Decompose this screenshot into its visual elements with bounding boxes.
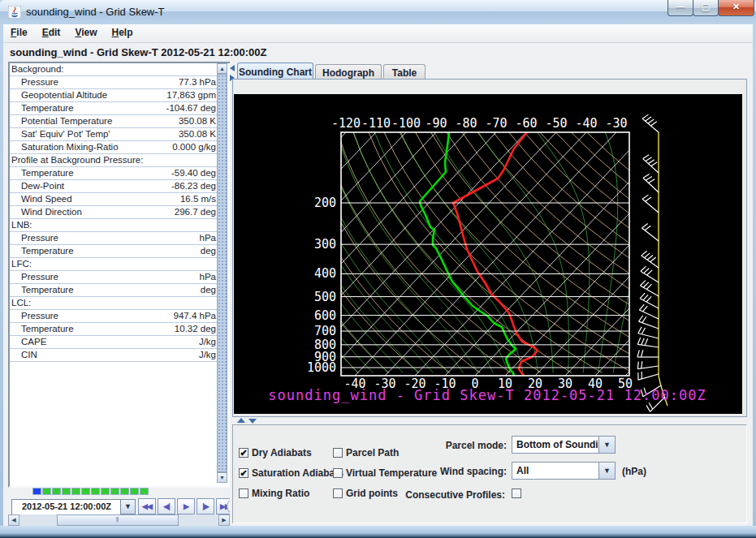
- sounding-data-panel: Background:Pressure77.3 hPaGeopotential …: [8, 62, 232, 488]
- row-label: Profile at Background Pressure:: [10, 154, 216, 166]
- time-step-11[interactable]: [140, 488, 149, 495]
- saturation-adiabats-label: Saturation Adiabats: [252, 467, 343, 479]
- time-step-9[interactable]: [120, 488, 129, 495]
- svg-text:-110: -110: [361, 116, 391, 131]
- rewind-button[interactable]: ◀◀: [138, 498, 156, 514]
- expand-down-icon[interactable]: [248, 419, 257, 424]
- time-step-2[interactable]: [52, 488, 61, 495]
- virtual-temperature-checkbox[interactable]: [333, 468, 343, 478]
- chevron-down-icon[interactable]: ▼: [598, 463, 615, 479]
- wind-spacing-label: Wind spacing:: [398, 466, 507, 477]
- time-step-3[interactable]: [62, 488, 71, 495]
- time-step-6[interactable]: [91, 488, 100, 495]
- table-vertical-scrollbar[interactable]: ▲ ▼: [217, 63, 227, 483]
- parcel-mode-label: Parcel mode:: [406, 440, 507, 451]
- row-label: Pressure: [10, 76, 179, 88]
- wind-spacing-select[interactable]: All ▼: [512, 462, 616, 480]
- scroll-left-icon[interactable]: ◀: [8, 514, 19, 526]
- time-step-7[interactable]: [101, 488, 110, 495]
- menu-help[interactable]: Help: [105, 24, 140, 38]
- row-label: Temperature: [10, 245, 201, 257]
- row-label: LCL:: [10, 297, 216, 309]
- row-value: 0.000 g/kg: [172, 141, 217, 153]
- horizontal-splitter[interactable]: [232, 417, 747, 424]
- row-label: Potential Temperature: [10, 115, 179, 127]
- title-bar[interactable]: sounding_wind - Grid Skew-T: [0, 0, 756, 25]
- scroll-down-icon[interactable]: ▼: [217, 472, 227, 483]
- parcel-path-checkbox[interactable]: [333, 448, 343, 458]
- time-step-4[interactable]: [71, 488, 80, 495]
- scrollbar-thumb[interactable]: [217, 74, 227, 472]
- table-row: Geopotential Altitude17,863 gpm: [10, 89, 217, 102]
- row-value: -59.40 deg: [171, 167, 217, 179]
- row-value: 16.5 m/s: [180, 193, 217, 205]
- step-back-button[interactable]: ◀|: [158, 498, 175, 514]
- page-title: sounding_wind - Grid Skew-T 2012-05-21 1…: [10, 46, 266, 58]
- menu-edit[interactable]: Edit: [35, 24, 68, 38]
- menu-view[interactable]: View: [67, 24, 104, 38]
- svg-text:-50: -50: [545, 116, 567, 131]
- table-row: Profile at Background Pressure:: [10, 154, 217, 167]
- parcel-mode-select[interactable]: Bottom of Sounding ▼: [512, 436, 616, 454]
- row-value: J/kg: [199, 349, 217, 361]
- consecutive-profiles-checkbox[interactable]: [512, 489, 521, 498]
- row-label: Temperature: [10, 102, 166, 114]
- grid-points-checkbox[interactable]: [333, 489, 343, 498]
- time-step-5[interactable]: [81, 488, 90, 495]
- minimize-button[interactable]: —: [667, 0, 693, 16]
- tab-hodograph[interactable]: Hodograph: [315, 64, 382, 79]
- left-horizontal-scrollbar[interactable]: ◀ ⦀ ▶: [8, 514, 230, 526]
- tab-sounding-chart[interactable]: Sounding Chart: [237, 62, 313, 79]
- time-select-value[interactable]: 2012-05-21 12:00:00Z: [11, 499, 122, 516]
- table-row: PressurehPa: [10, 232, 217, 245]
- tab-table[interactable]: Table: [383, 64, 426, 79]
- row-value: hPa: [200, 271, 217, 283]
- table-row: Pressure947.4 hPa: [10, 310, 217, 323]
- menu-file[interactable]: File: [3, 24, 35, 38]
- consecutive-profiles-label: Consecutive Profiles:: [357, 489, 505, 501]
- table-row: Sat' Equiv' Pot' Temp'350.08 K: [10, 128, 217, 141]
- time-step-strip[interactable]: [32, 488, 149, 495]
- svg-text:-30: -30: [605, 116, 627, 131]
- table-row: CAPEJ/kg: [10, 336, 217, 349]
- svg-text:600: 600: [314, 308, 336, 323]
- table-row: Pressure77.3 hPa: [10, 76, 217, 89]
- row-value: deg: [201, 284, 217, 296]
- saturation-adiabats-checkbox[interactable]: ✔: [239, 468, 248, 478]
- chevron-down-icon[interactable]: ▼: [598, 437, 615, 453]
- table-row: Temperaturedeg: [10, 284, 217, 297]
- play-button[interactable]: ▶: [177, 498, 195, 514]
- step-forward-button[interactable]: |▶: [197, 498, 214, 514]
- table-row: Temperature-59.40 deg: [10, 167, 217, 180]
- close-button[interactable]: ✕: [718, 0, 754, 16]
- collapse-up-icon[interactable]: [237, 418, 245, 423]
- svg-text:-90: -90: [425, 116, 447, 131]
- maximize-button[interactable]: ▢: [693, 0, 719, 16]
- row-label: Temperature: [10, 323, 175, 335]
- collapse-left-icon[interactable]: [230, 65, 235, 71]
- svg-text:200: 200: [314, 196, 336, 210]
- svg-text:1000: 1000: [307, 360, 336, 375]
- scroll-up-icon[interactable]: ▲: [217, 63, 227, 74]
- row-label: Temperature: [10, 284, 201, 296]
- time-select-dropdown[interactable]: ▼: [120, 499, 136, 514]
- dry-adiabats-checkbox[interactable]: ✔: [239, 448, 248, 458]
- wind-spacing-unit: (hPa): [622, 466, 646, 477]
- sounding-table: Background:Pressure77.3 hPaGeopotential …: [10, 63, 217, 362]
- row-value: 296.7 deg: [175, 206, 217, 218]
- window-border-right: [753, 24, 756, 526]
- time-step-10[interactable]: [130, 488, 139, 495]
- row-label: Background:: [10, 63, 216, 75]
- time-step-0[interactable]: [32, 488, 41, 495]
- scrollbar-thumb[interactable]: ⦀: [57, 514, 179, 526]
- time-step-8[interactable]: [110, 488, 119, 495]
- table-row: Wind Speed16.5 m/s: [10, 193, 217, 206]
- scroll-right-icon[interactable]: ▶: [218, 514, 230, 526]
- svg-text:-120: -120: [331, 116, 361, 131]
- time-step-1[interactable]: [42, 488, 51, 495]
- row-value: 77.3 hPa: [179, 76, 217, 88]
- svg-text:-40: -40: [575, 116, 597, 131]
- java-icon: [8, 6, 21, 19]
- mixing-ratio-checkbox[interactable]: [239, 489, 248, 498]
- table-row: CINJ/kg: [10, 349, 217, 362]
